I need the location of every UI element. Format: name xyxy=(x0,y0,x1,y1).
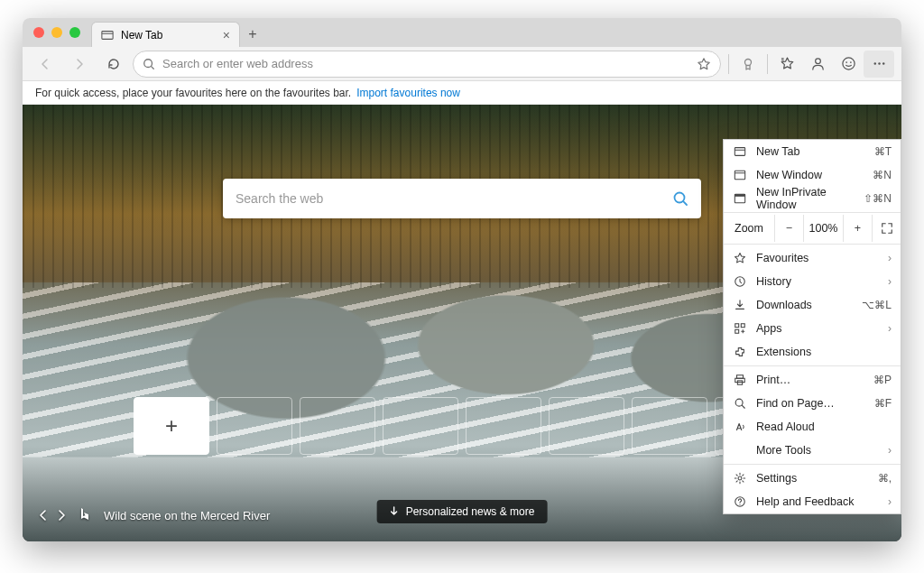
zoom-value: 100% xyxy=(803,215,843,242)
svg-rect-22 xyxy=(735,324,739,328)
apps-icon xyxy=(733,322,747,335)
ntp-search-input[interactable] xyxy=(236,191,672,206)
toolbar xyxy=(23,47,901,81)
page-content: + Wild scene on the Merced River Persona… xyxy=(23,105,901,541)
fullscreen-button[interactable] xyxy=(872,215,901,242)
menu-print[interactable]: Print… ⌘P xyxy=(724,368,901,392)
top-sites: + xyxy=(134,397,790,455)
zoom-in-button[interactable]: + xyxy=(843,215,872,242)
forward-button xyxy=(64,51,95,78)
menu-shortcut: ⌘P xyxy=(873,374,892,386)
svg-line-14 xyxy=(683,201,687,205)
add-favourite-icon[interactable] xyxy=(697,57,711,71)
address-input[interactable] xyxy=(162,57,689,70)
next-image-button[interactable] xyxy=(57,509,66,522)
menu-inprivate[interactable]: New InPrivate Window ⇧⌘N xyxy=(724,187,901,210)
browser-tab[interactable]: New Tab × xyxy=(91,22,240,47)
menu-help[interactable]: Help and Feedback › xyxy=(724,490,901,513)
chevron-right-icon: › xyxy=(888,495,892,508)
svg-point-4 xyxy=(745,59,752,65)
inprivate-icon xyxy=(733,192,747,205)
profile-button[interactable] xyxy=(802,51,833,78)
add-site-tile[interactable]: + xyxy=(134,397,209,455)
import-favourites-link[interactable]: Import favourites now xyxy=(356,87,460,99)
refresh-button[interactable] xyxy=(98,51,129,78)
search-icon xyxy=(143,58,155,70)
menu-apps[interactable]: Apps › xyxy=(724,317,901,340)
help-icon xyxy=(733,495,747,508)
svg-rect-15 xyxy=(735,148,744,156)
menu-more-tools[interactable]: More Tools › xyxy=(724,439,901,462)
bing-icon xyxy=(79,507,91,523)
search-icon[interactable] xyxy=(672,190,688,207)
browser-window: New Tab × + xyxy=(23,18,901,541)
back-button xyxy=(30,51,60,78)
site-tile-empty[interactable] xyxy=(217,397,292,455)
chevron-right-icon: › xyxy=(888,322,892,335)
new-tab-icon xyxy=(733,145,747,158)
menu-label: Settings xyxy=(756,472,869,485)
menu-read-aloud[interactable]: Read Aloud xyxy=(724,415,901,439)
read-aloud-icon xyxy=(733,421,747,433)
menu-new-window[interactable]: New Window ⌘N xyxy=(724,163,901,187)
site-tile-empty[interactable] xyxy=(300,397,375,455)
menu-shortcut: ⌥⌘L xyxy=(862,299,892,311)
menu-new-tab[interactable]: New Tab ⌘T xyxy=(724,140,901,163)
site-tile-empty[interactable] xyxy=(466,397,541,455)
svg-point-9 xyxy=(850,61,852,63)
toolbar-right xyxy=(725,51,894,78)
maximize-window-button[interactable] xyxy=(69,27,80,38)
menu-label: New InPrivate Window xyxy=(756,186,855,211)
menu-label: Help and Feedback xyxy=(756,495,879,508)
svg-line-29 xyxy=(742,405,744,408)
minimize-window-button[interactable] xyxy=(51,27,62,38)
menu-label: More Tools xyxy=(756,444,879,457)
address-bar[interactable] xyxy=(133,51,721,78)
history-icon xyxy=(733,275,747,288)
svg-point-7 xyxy=(842,58,854,69)
site-tile-empty[interactable] xyxy=(632,397,707,455)
extensions-icon xyxy=(733,346,747,358)
arrow-down-icon xyxy=(390,506,399,517)
settings-and-more-button[interactable] xyxy=(864,51,894,78)
close-tab-button[interactable]: × xyxy=(223,28,230,42)
menu-favourites[interactable]: Favourites › xyxy=(724,246,901,270)
site-tile-empty[interactable] xyxy=(383,397,458,455)
new-tab-button[interactable]: + xyxy=(240,22,265,47)
svg-rect-17 xyxy=(735,171,744,180)
settings-menu: New Tab ⌘T New Window ⌘N New InPrivate W… xyxy=(723,139,901,514)
news-toggle[interactable]: Personalized news & more xyxy=(377,500,548,523)
menu-label: Print… xyxy=(756,374,864,386)
menu-label: New Tab xyxy=(756,145,865,158)
ntp-search-box[interactable] xyxy=(223,179,701,218)
menu-history[interactable]: History › xyxy=(724,270,901,293)
menu-downloads[interactable]: Downloads ⌥⌘L xyxy=(724,293,901,317)
zoom-out-button[interactable]: − xyxy=(774,215,803,242)
chevron-right-icon: › xyxy=(888,275,892,288)
chevron-right-icon: › xyxy=(888,444,892,457)
svg-rect-0 xyxy=(102,31,113,39)
rewards-button[interactable] xyxy=(733,51,763,78)
window-icon xyxy=(733,169,747,181)
menu-settings[interactable]: Settings ⌘, xyxy=(724,467,901,490)
menu-extensions[interactable]: Extensions xyxy=(724,340,901,364)
svg-point-30 xyxy=(738,476,742,480)
site-tile-empty[interactable] xyxy=(549,397,624,455)
favourites-button[interactable] xyxy=(772,51,802,78)
feedback-button[interactable] xyxy=(833,51,864,78)
gear-icon xyxy=(733,472,747,485)
menu-label: Find on Page… xyxy=(756,397,865,410)
svg-point-12 xyxy=(882,62,883,64)
menu-label: Extensions xyxy=(756,346,892,358)
svg-point-11 xyxy=(878,62,880,64)
separator xyxy=(767,54,768,74)
menu-find[interactable]: Find on Page… ⌘F xyxy=(724,392,901,415)
menu-label: Favourites xyxy=(756,252,879,264)
image-caption: Wild scene on the Merced River xyxy=(39,507,270,523)
close-window-button[interactable] xyxy=(33,27,44,38)
menu-label: Read Aloud xyxy=(756,421,892,433)
svg-rect-20 xyxy=(735,194,744,197)
prev-image-button[interactable] xyxy=(39,509,48,522)
menu-shortcut: ⌘F xyxy=(874,397,892,410)
zoom-label: Zoom xyxy=(724,222,774,235)
